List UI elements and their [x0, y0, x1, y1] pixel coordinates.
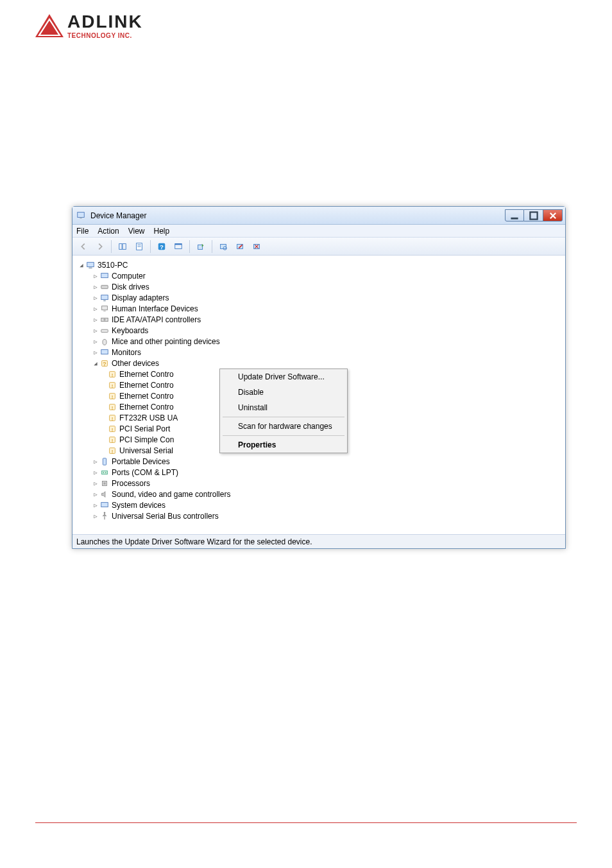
- expand-icon[interactable]: ▷: [92, 458, 99, 465]
- keyboard-icon: [99, 326, 110, 336]
- expand-icon[interactable]: ▷: [92, 513, 99, 519]
- tree-category-portable[interactable]: ▷ Portable Devices: [75, 456, 563, 467]
- device-tree[interactable]: ◢ 3510-PC ▷ Computer ▷ Disk drives ▷ Dis…: [72, 256, 565, 534]
- window-title: Device Manager: [90, 211, 505, 220]
- expand-icon[interactable]: ▷: [92, 295, 99, 301]
- usb-icon: [99, 511, 110, 521]
- tree-category-ide[interactable]: ▷ IDE ATA/ATAPI controllers: [75, 314, 563, 325]
- svg-text:!: !: [112, 383, 114, 388]
- menu-separator: [223, 417, 344, 417]
- tree-category-monitors[interactable]: ▷ Monitors: [75, 347, 563, 358]
- forward-button[interactable]: [93, 239, 107, 254]
- svg-rect-1: [80, 217, 82, 218]
- tree-category-mice[interactable]: ▷ Mice and other pointing devices: [75, 336, 563, 347]
- expand-icon[interactable]: ▷: [92, 284, 99, 290]
- svg-point-27: [103, 318, 106, 321]
- disk-icon: [99, 282, 110, 292]
- display-icon: [99, 293, 110, 303]
- svg-text:!: !: [112, 426, 114, 432]
- view-button[interactable]: [171, 239, 185, 254]
- help-button[interactable]: ?: [155, 239, 169, 254]
- tree-category-usb[interactable]: ▷ Universal Serial Bus controllers: [75, 510, 563, 521]
- expand-icon[interactable]: ▷: [92, 338, 99, 345]
- tree-category-computer[interactable]: ▷ Computer: [75, 270, 563, 281]
- tree-category-other[interactable]: ◢ ? Other devices: [75, 358, 563, 369]
- ports-icon: [99, 467, 110, 478]
- svg-rect-22: [101, 295, 108, 299]
- menu-view[interactable]: View: [128, 227, 145, 236]
- menu-properties[interactable]: Properties: [220, 437, 347, 453]
- logo-title: ADLINK: [67, 12, 143, 32]
- unknown-device-icon: !: [107, 369, 117, 379]
- properties-button[interactable]: [132, 239, 146, 254]
- monitor-icon: [99, 347, 110, 358]
- expand-icon[interactable]: ▷: [92, 502, 99, 508]
- portable-icon: [99, 456, 110, 467]
- menu-scan-hardware[interactable]: Scan for hardware changes: [220, 419, 347, 434]
- unknown-device-icon: !: [107, 402, 117, 412]
- logo-icon: [35, 14, 64, 37]
- expand-icon[interactable]: ▷: [92, 273, 99, 279]
- processor-icon: [99, 478, 110, 489]
- expand-icon[interactable]: ◢: [78, 262, 85, 268]
- back-button[interactable]: [76, 239, 90, 254]
- page-footer-rule: [35, 822, 577, 823]
- hid-icon: [99, 304, 110, 314]
- svg-rect-13: [198, 245, 203, 249]
- svg-text:!: !: [112, 437, 114, 443]
- tree-category-hid[interactable]: ▷ Human Interface Devices: [75, 303, 563, 314]
- ide-icon: [99, 315, 110, 325]
- disable-button[interactable]: [233, 239, 247, 254]
- svg-point-52: [105, 472, 106, 473]
- expand-icon[interactable]: ▷: [92, 480, 99, 487]
- expand-icon[interactable]: ▷: [92, 306, 99, 312]
- menu-file[interactable]: File: [76, 227, 89, 236]
- titlebar[interactable]: Device Manager: [72, 207, 565, 225]
- tree-category-ports[interactable]: ▷ Ports (COM & LPT): [75, 467, 563, 478]
- menu-action[interactable]: Action: [98, 227, 119, 236]
- expand-icon[interactable]: ▷: [92, 327, 99, 334]
- menu-separator: [223, 435, 344, 436]
- menu-help[interactable]: Help: [154, 227, 170, 236]
- tree-category-system[interactable]: ▷ System devices: [75, 499, 563, 510]
- show-hide-console-button[interactable]: [115, 239, 130, 254]
- svg-rect-50: [102, 471, 108, 474]
- svg-text:!: !: [112, 394, 114, 399]
- minimize-button[interactable]: [505, 209, 524, 221]
- tree-category-sound[interactable]: ▷ Sound, video and game controllers: [75, 489, 563, 499]
- tree-category-display[interactable]: ▷ Display adapters: [75, 292, 563, 303]
- app-icon: [76, 211, 87, 221]
- tree-category-processors[interactable]: ▷ Processors: [75, 478, 563, 489]
- svg-rect-23: [103, 300, 106, 301]
- menu-update-driver[interactable]: Update Driver Software...: [220, 369, 347, 385]
- uninstall-button[interactable]: [250, 239, 264, 254]
- logo-subtitle: TECHNOLOGY INC.: [67, 32, 143, 39]
- menu-disable[interactable]: Disable: [220, 385, 347, 400]
- toolbar-separator: [111, 240, 112, 253]
- unknown-device-icon: !: [107, 424, 117, 434]
- menu-uninstall[interactable]: Uninstall: [220, 400, 347, 415]
- svg-rect-49: [103, 458, 106, 465]
- toolbar: ?: [72, 238, 565, 256]
- collapse-icon[interactable]: ◢: [92, 360, 99, 367]
- svg-rect-3: [530, 212, 537, 219]
- svg-rect-0: [78, 212, 85, 217]
- tree-root[interactable]: ◢ 3510-PC: [75, 259, 563, 270]
- expand-icon[interactable]: ▷: [92, 317, 99, 323]
- update-driver-button[interactable]: [194, 239, 208, 254]
- menubar: File Action View Help: [72, 225, 565, 238]
- computer-icon: [85, 260, 96, 270]
- svg-rect-2: [511, 217, 518, 219]
- svg-point-29: [103, 339, 106, 345]
- scan-hardware-button[interactable]: [216, 239, 230, 254]
- expand-icon[interactable]: ▷: [92, 469, 99, 476]
- maximize-button[interactable]: [524, 209, 543, 221]
- expand-icon[interactable]: ▷: [92, 491, 99, 498]
- svg-point-56: [104, 512, 106, 514]
- tree-category-keyboards[interactable]: ▷ Keyboards: [75, 325, 563, 336]
- expand-icon[interactable]: ▷: [92, 349, 99, 356]
- tree-category-disk[interactable]: ▷ Disk drives: [75, 281, 563, 292]
- close-button[interactable]: [543, 209, 563, 221]
- svg-rect-28: [101, 329, 108, 332]
- svg-rect-21: [101, 285, 108, 288]
